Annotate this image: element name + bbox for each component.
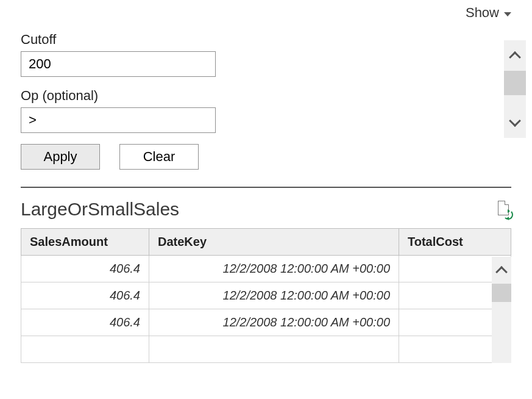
table-row[interactable]: 406.4 12/2/2008 12:00:00 AM +00:00 2	[21, 309, 511, 336]
cell-datekey: 12/2/2008 12:00:00 AM +00:00	[149, 256, 399, 282]
col-salesamount[interactable]: SalesAmount	[21, 229, 149, 256]
chevron-up-icon	[509, 51, 521, 63]
scrollbar-thumb[interactable]	[504, 71, 526, 95]
table-scrollbar-thumb[interactable]	[492, 284, 511, 302]
show-button[interactable]: Show	[466, 5, 511, 21]
chevron-down-icon	[509, 115, 521, 127]
scroll-up-button[interactable]	[504, 40, 526, 71]
refresh-icon[interactable]	[497, 201, 511, 218]
result-title: LargeOrSmallSales	[21, 199, 179, 220]
table-row[interactable]	[21, 336, 511, 363]
op-label: Op (optional)	[21, 88, 511, 104]
table-scrollbar[interactable]	[492, 257, 511, 363]
apply-button[interactable]: Apply	[21, 144, 100, 170]
cell-salesamount: 406.4	[21, 256, 149, 282]
cell-salesamount	[21, 336, 149, 363]
cell-datekey: 12/2/2008 12:00:00 AM +00:00	[149, 309, 399, 336]
cell-datekey	[149, 336, 399, 363]
params-scrollbar[interactable]	[504, 40, 526, 138]
cutoff-label: Cutoff	[21, 32, 511, 48]
scrollbar-track[interactable]	[504, 71, 526, 107]
col-totalcost[interactable]: TotalCost	[399, 229, 511, 256]
cutoff-input[interactable]	[21, 51, 216, 77]
results-table: SalesAmount DateKey TotalCost 406.4 12/2…	[21, 228, 511, 363]
caret-down-icon	[504, 12, 511, 16]
op-input[interactable]	[21, 107, 216, 133]
cell-salesamount: 406.4	[21, 282, 149, 309]
table-row[interactable]: 406.4 12/2/2008 12:00:00 AM +00:00 2	[21, 256, 511, 282]
clear-button[interactable]: Clear	[119, 144, 199, 170]
chevron-up-icon	[495, 266, 508, 278]
scroll-down-button[interactable]	[504, 107, 526, 138]
cell-datekey: 12/2/2008 12:00:00 AM +00:00	[149, 282, 399, 309]
table-scroll-up-button[interactable]	[492, 257, 511, 284]
col-datekey[interactable]: DateKey	[149, 229, 399, 256]
table-row[interactable]: 406.4 12/2/2008 12:00:00 AM +00:00 2	[21, 282, 511, 309]
cell-salesamount: 406.4	[21, 309, 149, 336]
table-scrollbar-track[interactable]	[492, 284, 511, 363]
show-label: Show	[466, 5, 499, 21]
table-header-row: SalesAmount DateKey TotalCost	[21, 229, 511, 256]
